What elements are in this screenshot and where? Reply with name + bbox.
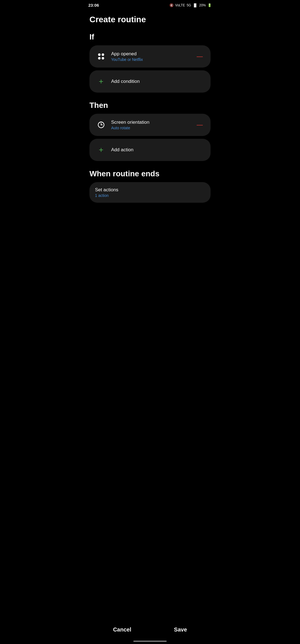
action-subtitle: Auto rotate	[111, 126, 194, 130]
when-ends-subtitle: 1 action	[95, 193, 205, 198]
mute-icon: 🔇	[169, 3, 174, 7]
action-title: Screen orientation	[111, 120, 194, 125]
when-ends-section: When routine ends Set actions 1 action	[89, 169, 211, 203]
if-label: If	[89, 33, 211, 41]
status-bar: 23:06 🔇 VoLTE 5G ▐▌ 20% 🔋	[83, 0, 217, 9]
cancel-button[interactable]: Cancel	[102, 624, 142, 636]
remove-action-button[interactable]: —	[194, 120, 205, 130]
if-section: If App opened YouTube or Netflix — + Add…	[89, 33, 211, 93]
remove-condition-button[interactable]: —	[194, 52, 205, 61]
condition-subtitle: YouTube or Netflix	[111, 57, 194, 62]
bottom-bar: Cancel Save	[83, 618, 217, 644]
when-ends-title: Set actions	[95, 187, 205, 193]
app-opened-icon	[95, 50, 107, 63]
battery-icon: 🔋	[208, 3, 212, 7]
save-button[interactable]: Save	[163, 624, 198, 636]
status-icons: 🔇 VoLTE 5G ▐▌ 20% 🔋	[169, 3, 212, 7]
add-condition-icon: +	[95, 75, 107, 88]
condition-title: App opened	[111, 51, 194, 57]
battery-label: 20%	[199, 3, 206, 7]
action-card[interactable]: Screen orientation Auto rotate —	[89, 114, 211, 136]
home-indicator	[133, 641, 167, 642]
status-time: 23:06	[88, 3, 99, 8]
condition-card[interactable]: App opened YouTube or Netflix —	[89, 45, 211, 68]
when-ends-card[interactable]: Set actions 1 action	[89, 182, 211, 203]
then-label: Then	[89, 101, 211, 110]
page-title: Create routine	[89, 15, 211, 24]
network-label: VoLTE	[175, 3, 185, 7]
add-action-button[interactable]: + Add action	[89, 139, 211, 161]
when-ends-label: When routine ends	[89, 169, 211, 178]
signal-icon: ▐▌	[193, 3, 198, 7]
add-condition-label: Add condition	[111, 79, 140, 84]
condition-text: App opened YouTube or Netflix	[111, 51, 194, 62]
screen-orientation-icon	[95, 119, 107, 131]
action-text: Screen orientation Auto rotate	[111, 120, 194, 130]
5g-icon: 5G	[187, 3, 191, 7]
add-action-icon: +	[95, 144, 107, 156]
add-action-label: Add action	[111, 147, 133, 153]
add-condition-button[interactable]: + Add condition	[89, 70, 211, 93]
then-section: Then Screen orientation Auto rotate — + …	[89, 101, 211, 161]
